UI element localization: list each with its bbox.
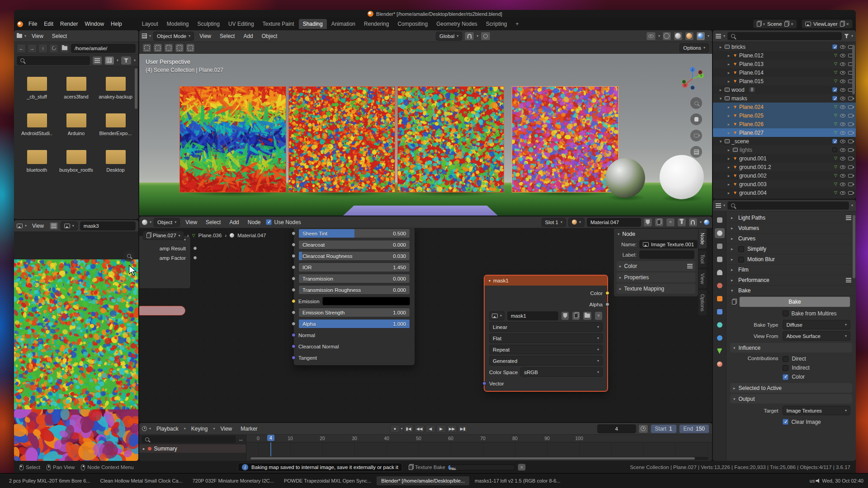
scene-selector[interactable]: ▾ Scene × — [753, 19, 797, 28]
image-name-field[interactable]: mask1 — [507, 311, 558, 320]
outliner-row-collection[interactable]: ▸wood8 — [713, 85, 856, 94]
hide-viewport-icon[interactable] — [840, 80, 845, 83]
folder-tile[interactable]: acers3fand — [57, 74, 95, 99]
disable-render-icon[interactable] — [848, 183, 853, 186]
workspace-tab-layout[interactable]: Layout — [138, 19, 162, 29]
open-image-button[interactable] — [583, 311, 592, 320]
workspace-tab-uv-editing[interactable]: UV Editing — [224, 19, 258, 29]
output-subpanel[interactable]: ▾Output — [730, 394, 852, 404]
tool-select-invert-button[interactable] — [175, 43, 184, 52]
outliner-row-object-selected[interactable]: ▸▼Plane.025▽ — [713, 111, 856, 120]
node-canvas[interactable]: Plane.027▾ › ▽ Plane.036 › Material.047 … — [139, 228, 712, 422]
image-browse-button[interactable]: ▾ — [61, 221, 78, 230]
back-button[interactable]: ← — [17, 44, 26, 53]
image-texture-node[interactable]: ▾ mask1 Color Alpha ▾ mask1 — [484, 275, 608, 391]
taskbar-item[interactable]: 2 pcs Pulley MXL-20T 6mm Bore 6... — [5, 476, 95, 485]
disable-render-icon[interactable] — [848, 131, 853, 135]
input-socket[interactable] — [292, 322, 296, 326]
outliner-search-field[interactable] — [727, 32, 842, 40]
outliner-scrollbar[interactable] — [852, 45, 855, 94]
shader-node-menu[interactable]: Node — [245, 218, 264, 227]
bake-from-multires-checkbox[interactable] — [783, 310, 788, 316]
hide-viewport-icon[interactable] — [840, 174, 845, 178]
snap-toggle[interactable] — [464, 32, 474, 41]
viewport-camera-gizmo[interactable] — [690, 130, 702, 141]
volume-icon[interactable] — [816, 478, 821, 483]
tool-select-intersect-button[interactable] — [186, 43, 195, 52]
slider-ior[interactable]: IOR1.450 — [298, 263, 410, 272]
file-search-field[interactable] — [17, 56, 90, 65]
source-dropdown[interactable]: Generated▾ — [489, 356, 603, 366]
disable-render-icon[interactable] — [848, 148, 853, 152]
tab-object-data[interactable] — [715, 346, 725, 356]
shader-type-selector[interactable]: Object▾ — [154, 218, 180, 227]
folder-tile[interactable]: _cb_stuff — [18, 74, 56, 99]
taskbar-item[interactable]: masks1-17 lofi v2 1.5 (RGB color 8-6... — [470, 476, 565, 485]
slider-clearcoat[interactable]: Clearcoat0.000 — [298, 240, 410, 249]
add-workspace-button[interactable]: + — [512, 19, 523, 29]
shading-chevron-icon[interactable]: ▾ — [708, 34, 709, 38]
window-titlebar[interactable]: Blender* [/home/amalie/Desktop/blender/r… — [14, 10, 856, 18]
disable-render-icon[interactable] — [848, 157, 853, 160]
shader-editor-type-icon[interactable] — [142, 220, 147, 225]
shading-rendered-button[interactable] — [696, 32, 705, 41]
node-name-field[interactable]: Image Texture.001 — [639, 240, 698, 249]
tool-select-subtract-button[interactable] — [164, 43, 173, 52]
properties-editor-type-icon[interactable] — [716, 203, 721, 208]
viewport-add-menu[interactable]: Add — [240, 32, 256, 41]
bake-type-dropdown[interactable]: Diffuse▾ — [783, 320, 850, 329]
keyboard-layout-indicator[interactable]: us — [810, 478, 815, 483]
fake-user-button[interactable] — [561, 311, 569, 320]
workspace-tab-modeling[interactable]: Modeling — [163, 19, 193, 29]
menu-file[interactable]: File — [25, 19, 40, 28]
image-zoom-gizmo[interactable] — [123, 250, 135, 262]
texture-mapping-section[interactable]: ▸Texture Mapping — [617, 284, 695, 294]
create-folder-button[interactable] — [60, 44, 69, 53]
folder-tile[interactable]: AndroidStudi.. — [18, 110, 56, 136]
outliner-row-collection[interactable]: ▾_scene — [713, 137, 856, 145]
panel-performance[interactable]: ▸Performance — [727, 275, 855, 286]
vector-input-socket[interactable] — [482, 381, 486, 385]
image-editor-type-icon[interactable] — [17, 224, 23, 228]
target-dropdown[interactable]: Image Textures▾ — [783, 406, 850, 415]
hide-viewport-icon[interactable] — [840, 131, 845, 135]
panel-film[interactable]: ▸Film — [727, 265, 855, 275]
file-browser-scrollbar[interactable] — [135, 68, 137, 109]
panel-light-paths[interactable]: ▸Light Paths — [727, 213, 855, 223]
slider-clearcoat-roughness[interactable]: Clearcoat Roughness0.030 — [298, 251, 410, 261]
tab-view[interactable]: View — [698, 269, 707, 289]
output-socket[interactable] — [605, 302, 609, 306]
hide-viewport-icon[interactable] — [840, 62, 845, 66]
hide-viewport-icon[interactable] — [840, 54, 845, 57]
viewport-editor-type-icon[interactable] — [142, 33, 147, 38]
material-slot-selector[interactable]: Slot 1▾ — [542, 218, 566, 227]
use-nodes-checkbox[interactable] — [266, 219, 272, 225]
forward-button[interactable]: → — [28, 44, 37, 53]
outliner-row-object-selected[interactable]: ▸▼Plane.024▽ — [713, 103, 856, 111]
hide-viewport-icon[interactable] — [840, 140, 845, 143]
unlink-image-button[interactable]: × — [594, 311, 603, 320]
view-layer-selector[interactable]: ViewLayer × — [802, 19, 853, 28]
channel-search-field[interactable] — [142, 436, 236, 443]
mask3-image[interactable] — [14, 259, 138, 409]
mode-selector[interactable]: Object Mode▾ — [153, 32, 194, 41]
image-editor-view-menu[interactable]: View — [29, 221, 47, 230]
hide-viewport-icon[interactable] — [840, 191, 845, 195]
menu-render[interactable]: Render — [57, 19, 81, 28]
outliner-tree[interactable]: ▸bricks ▸▼Plane.012▽ ▸▼Plane.013▽ ▸▼Plan… — [713, 42, 856, 199]
input-socket[interactable] — [292, 231, 296, 235]
disable-render-icon[interactable] — [848, 97, 853, 100]
tab-view-layer[interactable] — [715, 254, 725, 264]
output-socket[interactable] — [193, 246, 197, 250]
shading-wireframe-button[interactable] — [662, 32, 671, 41]
jump-to-end-button[interactable]: ▶▮ — [458, 425, 468, 433]
interpolation-dropdown[interactable]: Linear▾ — [489, 322, 603, 332]
timeline-track-area[interactable]: 0 10 20 30 40 50 60 70 80 90 100 — [246, 435, 712, 461]
outliner-row-object[interactable]: ▸▼ground.004▽ — [713, 188, 856, 197]
tab-options[interactable]: Options — [698, 290, 707, 316]
snap-node-toggle[interactable] — [689, 218, 698, 227]
display-thumbnails-button[interactable] — [104, 56, 114, 65]
tab-scene[interactable] — [715, 267, 725, 277]
panel-menu-icon[interactable] — [846, 278, 851, 282]
parent-dir-button[interactable]: ↑ — [38, 44, 47, 53]
